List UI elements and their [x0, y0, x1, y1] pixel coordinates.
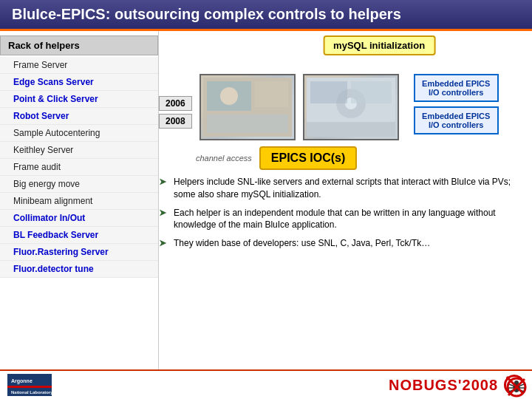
diagram-area: mySQL initialization 2006 2008 — [159, 31, 532, 369]
sidebar-item-fluor-detector[interactable]: Fluor.detector tune — [0, 261, 158, 278]
page-wrapper: BluIce-EPICS: outsourcing complex contro… — [0, 0, 532, 399]
sidebar-item-robot[interactable]: Robot Server — [0, 108, 158, 125]
year-badge-2006: 2006 — [159, 96, 192, 111]
sidebar-item-edge-scans[interactable]: Edge Scans Server — [0, 74, 158, 91]
epics-controllers-left: Embedded EPICSI/O controllers — [414, 74, 499, 102]
screenshots-row: 2006 2008 — [159, 74, 532, 140]
year-badges: 2006 2008 — [159, 96, 192, 140]
sidebar-item-collimator[interactable]: Collimator In/Out — [0, 210, 158, 227]
sidebar-item-bl-feedback[interactable]: BL Feedback Server — [0, 227, 158, 244]
nobugs-area: NOBUGS'2008 — [389, 375, 525, 395]
bullet-text-1: Helpers include SNL-like servers and ext… — [174, 176, 532, 201]
sidebar-item-big-energy[interactable]: Big energy move — [0, 176, 158, 193]
svg-rect-9 — [310, 81, 347, 103]
ioc-row: channel access EPICS IOC(s) — [196, 146, 532, 170]
main-content: Rack of helpers Frame Server Edge Scans … — [0, 31, 532, 369]
bullets-section: ➤ Helpers include SNL-like servers and e… — [159, 176, 532, 250]
sidebar-item-fluor-rastering[interactable]: Fluor.Rastering Server — [0, 244, 158, 261]
sidebar-item-minibeam[interactable]: Minibeam alignment — [0, 193, 158, 210]
bullet-item-1: ➤ Helpers include SNL-like servers and e… — [159, 176, 532, 201]
page-header: BluIce-EPICS: outsourcing complex contro… — [0, 0, 532, 31]
svg-rect-8 — [307, 122, 395, 137]
sidebar: Rack of helpers Frame Server Edge Scans … — [0, 31, 159, 369]
sidebar-item-sample-autocenter[interactable]: Sample Autocentering — [0, 125, 158, 142]
epics-ioc-box: EPICS IOC(s) — [259, 146, 357, 170]
sidebar-item-frame-audit[interactable]: Frame audit — [0, 159, 158, 176]
bullet-text-3: They widen base of developers: use SNL, … — [174, 237, 430, 250]
sidebar-item-keithley[interactable]: Keithley Server — [0, 142, 158, 159]
screenshot-inner-2 — [304, 75, 398, 139]
bullet-arrow-1: ➤ — [159, 176, 169, 201]
page-title: BluIce-EPICS: outsourcing complex contro… — [12, 6, 401, 22]
svg-rect-4 — [207, 115, 288, 133]
bullet-text-2: Each helper is an independent module tha… — [174, 207, 532, 232]
screenshot-inner-1 — [201, 75, 294, 139]
svg-point-2 — [220, 87, 238, 105]
screenshot-2 — [303, 74, 399, 140]
svg-rect-3 — [255, 81, 288, 107]
argonne-logo: Argonne National Laboratory — [7, 374, 52, 396]
svg-rect-13 — [7, 386, 52, 388]
screenshot-1 — [200, 74, 296, 140]
nobugs-label: NOBUGS'2008 — [389, 377, 498, 394]
channel-access-label: channel access — [196, 154, 252, 163]
sidebar-item-frame-server[interactable]: Frame Server — [0, 57, 158, 74]
footer: Argonne National Laboratory NOBUGS'2008 — [0, 369, 532, 399]
svg-text:National Laboratory: National Laboratory — [11, 390, 52, 395]
bullet-arrow-2: ➤ — [159, 207, 169, 232]
mysql-banner: mySQL initialization — [323, 35, 435, 55]
footer-logo: Argonne National Laboratory — [7, 374, 52, 396]
bullet-arrow-3: ➤ — [159, 237, 169, 250]
year-badge-2008: 2008 — [159, 114, 192, 129]
bullet-item-3: ➤ They widen base of developers: use SNL… — [159, 237, 532, 250]
sidebar-section-title: Rack of helpers — [0, 35, 158, 55]
epics-boxes-area: Embedded EPICSI/O controllers Embedded E… — [414, 74, 499, 140]
svg-text:Argonne: Argonne — [11, 378, 33, 384]
no-bugs-icon — [504, 375, 525, 395]
bullet-item-2: ➤ Each helper is an independent module t… — [159, 207, 532, 232]
sidebar-item-point-click[interactable]: Point & Click Server — [0, 91, 158, 108]
epics-controllers-right: Embedded EPICSI/O controllers — [414, 106, 499, 134]
svg-rect-10 — [351, 81, 392, 103]
